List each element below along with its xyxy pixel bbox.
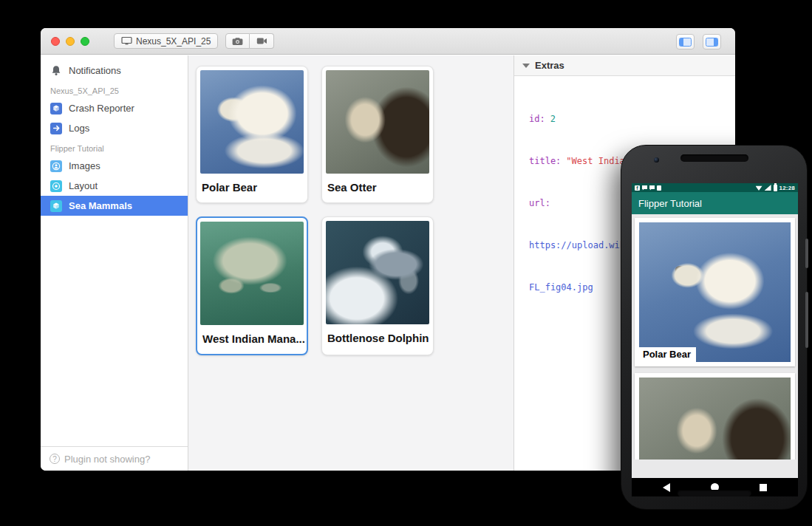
sidebar-item-label: Images xyxy=(69,160,100,171)
sidebar-item-label: Notifications xyxy=(69,65,121,76)
android-status-bar: f 12:28 xyxy=(632,183,798,192)
sidebar-item-images[interactable]: Images xyxy=(41,156,188,176)
card-title: Polar Bear xyxy=(197,174,307,202)
volume-button xyxy=(805,292,808,348)
code-line-id: id:2 xyxy=(529,112,735,126)
plugin-main-content: Polar Bear Sea Otter West Indian Mana...… xyxy=(188,55,514,471)
crash-reporter-cube-icon xyxy=(50,103,62,115)
arrow-right-icon xyxy=(50,123,62,134)
nexus-phone-mockup: f 12:28 Flipper Tutorial Po xyxy=(621,145,808,510)
message-icon xyxy=(649,185,655,191)
sidebar-item-label: Sea Mammals xyxy=(69,200,132,211)
toggle-right-sidebar-button[interactable] xyxy=(703,34,721,49)
monitor-icon xyxy=(121,36,132,46)
sea-otter-image xyxy=(326,70,429,174)
card-title: West Indian Mana... xyxy=(197,325,307,354)
sidebar-item-logs[interactable]: Logs xyxy=(41,118,188,138)
sidebar-item-label: Layout xyxy=(69,180,98,191)
sidebar-item-label: Logs xyxy=(69,123,89,134)
wifi-icon xyxy=(756,185,762,191)
phone-polar-bear-image: Polar Bear xyxy=(639,222,791,362)
bell-icon xyxy=(50,65,62,76)
sidebar-item-notifications[interactable]: Notifications xyxy=(41,61,188,81)
plugin-sidebar: Notifications Nexus_5X_API_25 Crash Repo… xyxy=(41,55,188,471)
card-bottlenose-dolphin[interactable]: Bottlenose Dolphin xyxy=(321,216,434,355)
lock-icon xyxy=(657,185,661,191)
cell-signal-icon xyxy=(765,185,771,191)
mammal-card-grid: Polar Bear Sea Otter West Indian Mana...… xyxy=(196,66,447,355)
polar-bear-image xyxy=(200,70,304,174)
plugin-help-label: Plugin not showing? xyxy=(64,454,150,465)
sidebar-item-crash-reporter[interactable]: Crash Reporter xyxy=(41,98,188,118)
facebook-notification-icon: f xyxy=(635,185,640,191)
screen-record-button[interactable] xyxy=(250,33,274,49)
video-camera-icon xyxy=(256,37,267,45)
person-circle-icon xyxy=(50,160,62,172)
message-icon xyxy=(642,185,647,191)
device-selector-label: Nexus_5X_API_25 xyxy=(136,36,211,47)
status-clock: 12:28 xyxy=(779,185,795,191)
minimize-button[interactable] xyxy=(66,37,75,46)
phone-card-sea-otter xyxy=(635,373,795,460)
extras-title: Extras xyxy=(535,60,564,71)
system-status-icons: 12:28 xyxy=(756,185,795,191)
card-west-indian-manatee[interactable]: West Indian Mana... xyxy=(196,216,308,355)
zoom-button[interactable] xyxy=(81,37,89,46)
sidebar-item-layout[interactable]: Layout xyxy=(41,176,188,196)
close-button[interactable] xyxy=(51,37,60,46)
desktop-stage: Nexus_5X_API_25 xyxy=(0,0,812,526)
camera-icon xyxy=(232,37,243,46)
card-polar-bear[interactable]: Polar Bear xyxy=(196,66,308,203)
battery-icon xyxy=(774,185,777,191)
phone-card-label: Polar Bear xyxy=(639,347,696,362)
bottom-speaker xyxy=(678,490,751,496)
phone-card-polar-bear: Polar Bear xyxy=(635,218,795,366)
help-icon: ? xyxy=(50,454,60,464)
android-app-bar: Flipper Tutorial xyxy=(632,192,798,214)
right-panel-toggle-icon xyxy=(706,38,718,47)
earpiece-speaker xyxy=(680,154,748,162)
sidebar-item-label: Crash Reporter xyxy=(69,103,134,114)
sidebar-section-app: Flipper Tutorial xyxy=(41,138,188,156)
manatee-image xyxy=(200,222,304,325)
window-toolbar: Nexus_5X_API_25 xyxy=(41,28,735,55)
toggle-left-sidebar-button[interactable] xyxy=(676,34,695,49)
plugin-help-link[interactable]: ? Plugin not showing? xyxy=(41,446,188,471)
sidebar-section-device: Nexus_5X_API_25 xyxy=(41,81,188,98)
phone-screen: f 12:28 Flipper Tutorial Po xyxy=(632,183,798,478)
target-icon xyxy=(50,180,62,192)
traffic-lights xyxy=(51,37,89,46)
dolphin-image xyxy=(326,221,429,324)
card-sea-otter[interactable]: Sea Otter xyxy=(321,66,434,203)
app-bar-title: Flipper Tutorial xyxy=(638,198,702,209)
disclosure-triangle-icon xyxy=(522,64,530,68)
card-title: Sea Otter xyxy=(322,174,433,202)
front-camera xyxy=(654,157,659,163)
device-selector-button[interactable]: Nexus_5X_API_25 xyxy=(114,33,218,49)
phone-sea-otter-image xyxy=(639,378,791,460)
sidebar-item-sea-mammals[interactable]: Sea Mammals xyxy=(41,196,188,216)
extras-header[interactable]: Extras xyxy=(514,55,735,76)
back-icon xyxy=(663,483,670,492)
capture-button-group xyxy=(225,33,274,49)
notification-icons: f xyxy=(635,185,661,191)
left-panel-toggle-icon xyxy=(679,38,692,47)
recents-icon xyxy=(760,484,767,491)
panel-toggle-group xyxy=(676,34,721,49)
power-button xyxy=(805,239,808,268)
screenshot-button[interactable] xyxy=(225,33,250,49)
card-title: Bottlenose Dolphin xyxy=(322,324,433,353)
phone-app-content: Polar Bear xyxy=(632,214,798,460)
sea-mammals-cube-icon xyxy=(50,200,62,212)
